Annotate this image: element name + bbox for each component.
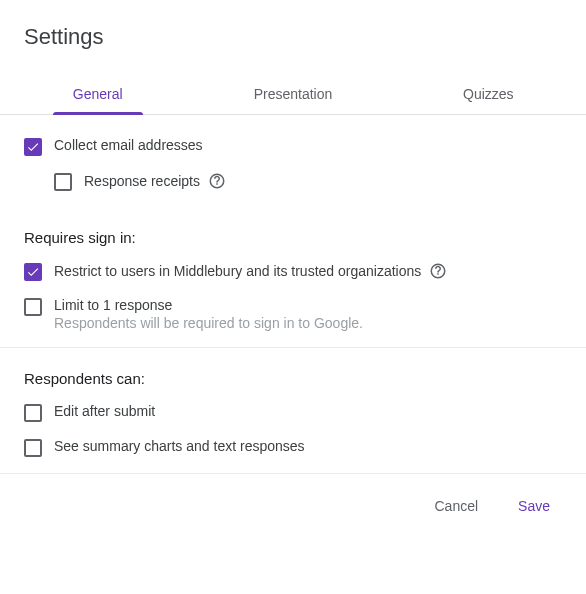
checkbox-restrict[interactable] [24, 263, 42, 281]
label-restrict: Restrict to users in Middlebury and its … [54, 262, 447, 280]
label-summary: See summary charts and text responses [54, 438, 305, 454]
tab-quizzes[interactable]: Quizzes [391, 74, 586, 114]
checkbox-collect-email[interactable] [24, 138, 42, 156]
settings-dialog: Settings General Presentation Quizzes Co… [0, 0, 586, 534]
row-limit: Limit to 1 response Respondents will be … [24, 297, 562, 331]
checkbox-limit[interactable] [24, 298, 42, 316]
dialog-actions: Cancel Save [24, 474, 562, 518]
checkbox-response-receipts[interactable] [54, 173, 72, 191]
row-restrict: Restrict to users in Middlebury and its … [24, 262, 562, 281]
section-respondents: Respondents can: Edit after submit See s… [24, 348, 562, 457]
help-icon[interactable] [208, 172, 226, 190]
row-response-receipts: Response receipts [54, 172, 562, 191]
help-icon[interactable] [429, 262, 447, 280]
checkbox-summary[interactable] [24, 439, 42, 457]
label-response-receipts: Response receipts [84, 172, 226, 190]
cancel-button[interactable]: Cancel [426, 494, 486, 518]
sublabel-limit: Respondents will be required to sign in … [54, 315, 363, 331]
tab-general[interactable]: General [0, 74, 195, 114]
tabs: General Presentation Quizzes [0, 74, 586, 115]
tab-presentation[interactable]: Presentation [195, 74, 390, 114]
row-edit: Edit after submit [24, 403, 562, 422]
dialog-title: Settings [24, 24, 562, 50]
checkbox-edit[interactable] [24, 404, 42, 422]
label-limit: Limit to 1 response [54, 297, 363, 313]
save-button[interactable]: Save [510, 494, 558, 518]
label-collect-email: Collect email addresses [54, 137, 203, 153]
label-edit: Edit after submit [54, 403, 155, 419]
section-signin: Requires sign in: Restrict to users in M… [24, 207, 562, 331]
heading-signin: Requires sign in: [24, 229, 562, 246]
row-summary: See summary charts and text responses [24, 438, 562, 457]
section-general: Collect email addresses Response receipt… [24, 115, 562, 191]
heading-respondents: Respondents can: [24, 370, 562, 387]
row-collect-email: Collect email addresses [24, 137, 562, 156]
